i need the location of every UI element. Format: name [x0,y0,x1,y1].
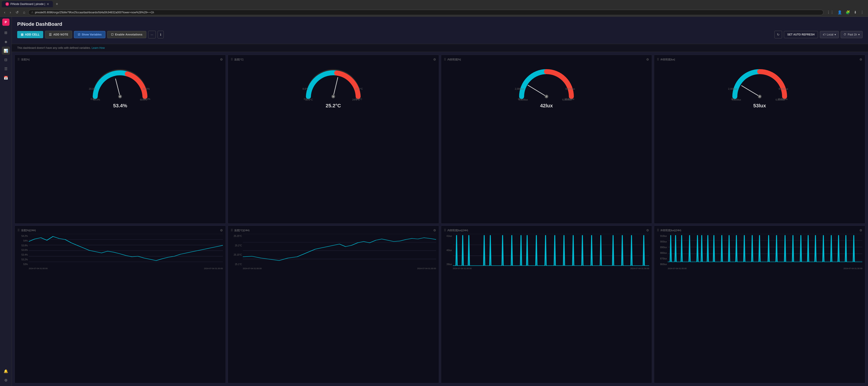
humidity-gauge-cell: ⠿ 湿度[%] ⚙ [14,55,226,224]
indoor-lux-gauge-cell: ⠿ 内部照度[%] ⚙ [441,55,652,224]
show-variables-button[interactable]: ☑ Show Variables [74,31,105,38]
sidebar-calendar-icon[interactable]: 📅 [2,74,10,82]
svg-text:2,000lux: 2,000lux [515,88,524,90]
enable-annotations-button[interactable]: ☐ Enable Annotations [107,31,146,38]
temperature-chart-settings-icon[interactable]: ⚙ [433,228,436,232]
humidity-chart-settings-icon[interactable]: ⚙ [220,228,223,232]
svg-point-20 [546,96,548,97]
google-apps-button[interactable]: ⋮⋮ [825,10,835,15]
more-options-button[interactable]: ··· [148,31,156,38]
svg-text:10,000lux: 10,000lux [565,98,574,100]
add-cell-icon: ⊞ [21,33,24,36]
profile-button[interactable]: 👤 [836,10,843,15]
drag-handle-icon: ⠿ [18,58,20,61]
add-note-button[interactable]: ☰ ADD NOTE [45,31,72,38]
temperature-chart-area: 25.25°C 25.2°C 25.15°C 25.1°C [230,234,436,270]
outdoor-lux-cell-settings-icon[interactable]: ⚙ [860,58,862,61]
time-range-dropdown[interactable]: ⏱ Past 1h ▾ [841,31,863,38]
indoor-lux-cell-title: 内部照度[%] [447,58,461,61]
outdoor-lux-chart-cell: ⠿ 外部照度[lux](24H) ⚙ 910lux 900lux 890lux … [654,226,865,383]
home-button[interactable]: ⌂ [22,10,27,15]
humidity-chart-svg [29,234,223,267]
drag-handle-icon: ⠿ [230,228,233,232]
sidebar-home-icon[interactable]: ⊞ [2,29,10,37]
indoor-lux-chart-title: 内部照度[lux](24H) [447,229,468,232]
variables-bar: This dashboard doesn't have any cells wi… [12,44,868,52]
tab-close-button[interactable]: ✕ [46,2,49,6]
humidity-gauge-container: 40.0% 60.0% 20.0% 80.0% 0.0% 100.0% 53.4… [18,63,223,110]
navigation-bar: ‹ › ↺ ⌂ ⚠ pinode05.8086/orgs/25b8e79fce2… [0,8,868,17]
svg-text:0.0%: 0.0% [91,98,96,100]
svg-text:0.0°C: 0.0°C [304,98,310,100]
indoor-lux-gauge-value: 42lux [540,103,553,109]
dashboard-toolbar: ⊞ ADD CELL ☰ ADD NOTE ☑ Show Variables ☐… [17,31,863,41]
svg-point-29 [759,96,761,97]
svg-text:8,000lux: 8,000lux [565,88,575,90]
svg-point-11 [332,96,334,97]
chevron-down-icon: ▾ [835,33,836,36]
refresh-button[interactable]: ↻ [774,31,782,38]
svg-text:10,000lux: 10,000lux [778,98,787,100]
svg-text:8.0°C: 8.0°C [303,88,309,90]
clock-icon: ⏱ [844,33,846,36]
reload-button[interactable]: ↺ [14,10,20,15]
sidebar-layers-icon[interactable]: ⊟ [2,56,10,64]
svg-line-0 [116,79,120,96]
set-auto-refresh-button[interactable]: SET AUTO REFRESH [784,31,818,38]
temperature-gauge-container: 16.0°C 24.0°C 8.0°C 32.0°C 0.0°C 40.0°C … [230,63,436,110]
more-button[interactable]: ⋮ [859,10,865,15]
checkbox-unchecked-icon: ☐ [111,33,114,36]
timezone-icon: 🏷 [823,33,826,36]
sidebar-tasks-icon[interactable]: ☰ [2,65,10,73]
svg-text:0lux: 0lux [518,98,522,100]
url-text: pinode05.8086/orgs/25b8e79fce25ccaa/dash… [35,11,154,14]
indoor-lux-chart-settings-icon[interactable]: ⚙ [646,228,649,232]
tab-title: PiNode Dashboard | pinode | [10,2,45,6]
outdoor-lux-chart-title: 外部照度[lux](24H) [660,229,681,232]
browser-actions: ⋮⋮ 👤 🧩 ⬇ ⋮ [825,10,865,15]
temperature-cell-settings-icon[interactable]: ⚙ [433,58,436,61]
add-cell-button[interactable]: ⊞ ADD CELL [17,31,43,38]
humidity-gauge-svg: 40.0% 60.0% 20.0% 80.0% 0.0% 100.0% [88,65,152,101]
indoor-lux-cell-settings-icon[interactable]: ⚙ [646,58,649,61]
sidebar-nav-icon[interactable]: ◈ [2,37,10,46]
humidity-cell-settings-icon[interactable]: ⚙ [220,58,223,61]
svg-text:0lux: 0lux [731,98,735,100]
toolbar-right: ↻ SET AUTO REFRESH 🏷 Local ▾ ⏱ Past 1h ▾ [774,31,863,38]
dashboard-header: PiNode DashBoard ⊞ ADD CELL ☰ ADD NOTE ☑… [12,17,868,44]
svg-line-18 [528,85,547,96]
downloads-button[interactable]: ⬇ [852,10,858,15]
forward-button[interactable]: › [8,10,12,15]
extensions-button[interactable]: 🧩 [844,10,851,15]
temperature-gauge-svg: 16.0°C 24.0°C 8.0°C 32.0°C 0.0°C 40.0°C [302,65,365,101]
svg-text:20.0%: 20.0% [89,88,96,90]
drag-handle-icon: ⠿ [444,228,446,232]
svg-text:40.0°C: 40.0°C [355,98,362,100]
indoor-lux-chart-svg [453,234,649,267]
outdoor-lux-chart-area: 910lux 900lux 890lux 880lux 870lux 860lu… [657,234,862,270]
drag-handle-icon: ⠿ [18,228,20,232]
svg-line-9 [333,77,338,96]
user-avatar[interactable]: P [2,19,9,26]
outdoor-lux-cell-title: 外部照度[lux] [660,58,675,61]
sidebar-settings-icon[interactable]: ⚙ [2,376,10,384]
back-button[interactable]: ‹ [3,10,6,15]
temperature-chart-title: 温度[°C](24H) [234,229,250,232]
drag-handle-icon: ⠿ [657,228,659,232]
timezone-dropdown[interactable]: 🏷 Local ▾ [820,31,839,38]
sidebar-dashboard-icon[interactable]: 📊 [2,46,10,55]
drag-handle-icon: ⠿ [444,58,446,61]
indoor-lux-chart-area: 41lux 40lux 39lux [444,234,649,270]
humidity-chart-area: 54.2% 54% 53.8% 53.6% 53.4% 53.2% 53% [18,234,223,270]
sidebar-bell-icon[interactable]: 🔔 [2,367,10,375]
temperature-gauge-cell: ⠿ 温度[°C] ⚙ [228,55,439,224]
address-bar[interactable]: ⚠ pinode05.8086/orgs/25b8e79fce25ccaa/da… [28,10,824,15]
outdoor-lux-chart-settings-icon[interactable]: ⚙ [860,228,862,232]
outdoor-lux-chart-svg [668,234,862,267]
learn-how-link[interactable]: Learn How [92,46,105,50]
new-tab-button[interactable]: + [54,1,60,7]
checkbox-checked-icon: ☑ [78,33,80,36]
active-tab[interactable]: P PiNode Dashboard | pinode | ✕ [2,1,53,7]
info-button[interactable]: ℹ [158,31,164,38]
outdoor-lux-gauge-cell: ⠿ 外部照度[lux] ⚙ [654,55,865,224]
